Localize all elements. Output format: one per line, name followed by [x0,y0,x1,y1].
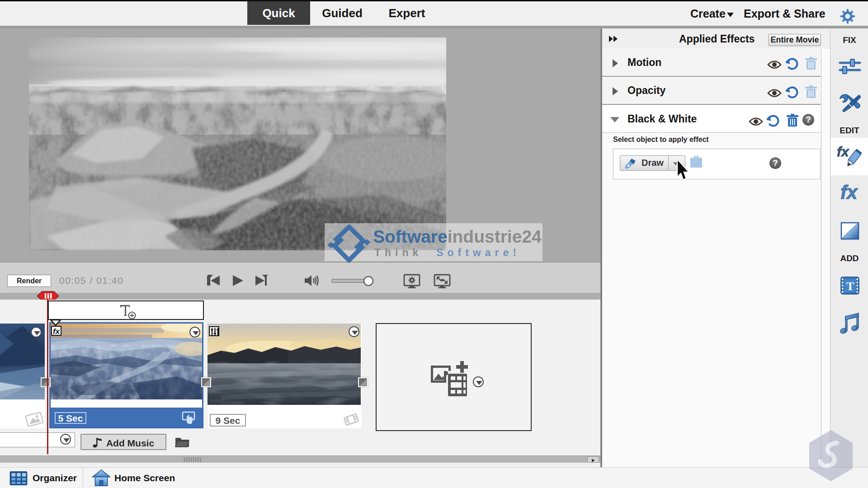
svg-text:fx: fx [837,144,849,159]
svg-text:fx: fx [840,183,858,202]
svg-text:T: T [846,280,854,293]
